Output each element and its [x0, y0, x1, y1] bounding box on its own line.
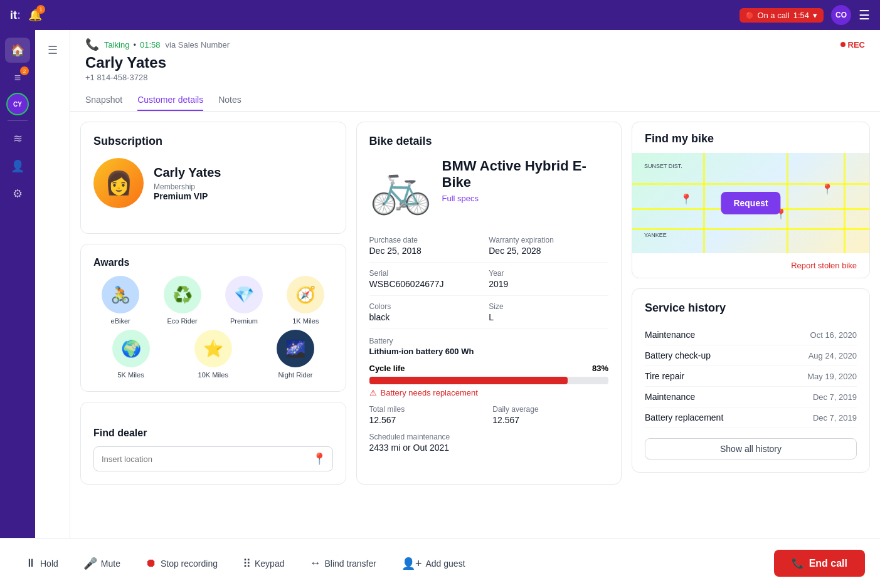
content-area: 📞 Talking • 01:58 via Sales Number REC C… — [70, 30, 880, 538]
service-name-2: Tire repair — [645, 371, 684, 381]
sidebar-item-tasks[interactable]: ≋ — [5, 126, 30, 151]
serial-row: Serial WSBC606024677J — [369, 263, 489, 296]
report-stolen-link[interactable]: Report stolen bike — [791, 261, 857, 270]
service-date-3: Dec 7, 2019 — [813, 392, 857, 402]
middle-column: Bike details 🚲 BMW Active Hybrid E-Bike … — [356, 122, 622, 485]
rec-dot — [840, 42, 846, 47]
show-all-history-button[interactable]: Show all history — [645, 438, 857, 459]
award-icon-10kmiles: ⭐ — [194, 330, 232, 367]
blind-transfer-icon: ↔ — [309, 557, 321, 570]
end-call-button[interactable]: 📞 End call — [774, 550, 865, 577]
cycle-row: Cycle life 83% — [369, 364, 609, 373]
map-bg: SUNSET DIST. YANKEE 📍 📍 📍 Request — [632, 153, 869, 253]
daily-avg-value: 12.567 — [492, 415, 608, 425]
on-call-label: On a call — [757, 11, 789, 20]
award-label-ebiker: eBiker — [111, 317, 130, 325]
award-icon-ebiker: 🚴 — [102, 276, 139, 313]
cycle-pct: 83% — [592, 364, 608, 373]
bike-name: BMW Active Hybrid E-Bike — [442, 158, 609, 191]
service-date-4: Dec 7, 2019 — [813, 413, 857, 423]
total-miles-value: 12.567 — [369, 415, 485, 425]
end-call-phone-icon: 📞 — [792, 557, 804, 569]
top-bar: it: 🔔 1 🔴 On a call 1:54 ▾ CO ☰ — [0, 0, 880, 30]
inbox-badge: 2 — [20, 66, 29, 75]
call-dot: • — [133, 40, 136, 50]
tab-snapshot[interactable]: Snapshot — [85, 90, 122, 111]
daily-avg-block: Daily average 12.567 — [492, 405, 608, 425]
award-icon-ecorider: ♻️ — [164, 276, 201, 313]
find-dealer-card: Find dealer 📍 — [80, 402, 346, 485]
tab-notes[interactable]: Notes — [218, 90, 241, 111]
size-value: L — [489, 312, 608, 322]
map-road-v1 — [703, 153, 705, 253]
purchase-date-label: Purchase date — [369, 236, 489, 244]
size-label: Size — [489, 302, 608, 311]
award-icon-premium: 💎 — [225, 276, 263, 313]
year-label: Year — [489, 269, 608, 278]
sidebar-avatar-cy[interactable]: CY — [6, 93, 29, 115]
award-label-1kmiles: 1K Miles — [292, 317, 319, 325]
mute-icon: 🎤 — [83, 557, 97, 570]
blind-transfer-button[interactable]: ↔ Blind transfer — [299, 550, 386, 576]
on-call-dropdown-icon[interactable]: ▾ — [813, 11, 817, 20]
awards-title: Awards — [93, 257, 333, 268]
call-status-left: 📞 Talking • 01:58 via Sales Number — [85, 38, 230, 51]
awards-grid-top: 🚴 eBiker ♻️ Eco Rider 💎 Premium 🧭 — [93, 276, 333, 325]
year-value: 2019 — [489, 279, 608, 289]
call-status-bar: 📞 Talking • 01:58 via Sales Number REC — [85, 38, 865, 51]
user-avatar[interactable]: CO — [831, 5, 851, 25]
award-icon-1kmiles: 🧭 — [287, 276, 324, 313]
map-label-yankee: YANKEE — [644, 232, 667, 238]
find-bike-title: Find my bike — [632, 122, 869, 153]
map-pin-3: 📍 — [821, 183, 834, 195]
bottom-bar: ⏸ Hold 🎤 Mute ⏺ Stop recording ⠿ Keypad … — [0, 538, 880, 588]
on-call-badge[interactable]: 🔴 On a call 1:54 ▾ — [740, 8, 824, 23]
on-call-time: 1:54 — [793, 11, 809, 20]
dealer-input-row[interactable]: 📍 — [93, 446, 333, 471]
sidebar-item-contacts[interactable]: 👤 — [5, 154, 30, 179]
cycle-life-section: Cycle life 83% ⚠ Battery needs replaceme… — [369, 364, 609, 397]
keypad-icon: ⠿ — [243, 557, 251, 570]
keypad-button[interactable]: ⠿ Keypad — [233, 550, 294, 577]
carly-avatar: 👩 — [93, 158, 144, 208]
map-road-h3 — [632, 228, 869, 230]
app-logo[interactable]: it: — [10, 9, 21, 22]
service-date-0: Oct 16, 2020 — [810, 330, 857, 340]
call-header: 📞 Talking • 01:58 via Sales Number REC C… — [70, 30, 880, 112]
find-bike-footer: Report stolen bike — [632, 253, 869, 278]
battery-value: Lithium-ion battery 600 Wh — [369, 347, 609, 356]
sidebar-item-home[interactable]: 🏠 — [5, 38, 30, 63]
tab-customer-details[interactable]: Customer details — [137, 90, 203, 111]
stop-recording-button[interactable]: ⏺ Stop recording — [135, 550, 228, 576]
customer-name: Carly Yates — [85, 54, 865, 71]
sidebar-item-inbox[interactable]: ≡ 2 — [5, 65, 30, 90]
request-button[interactable]: Request — [721, 192, 780, 214]
add-guest-button[interactable]: 👤+ Add guest — [391, 550, 475, 577]
mute-button[interactable]: 🎤 Mute — [73, 550, 130, 577]
full-specs-link[interactable]: Full specs — [442, 194, 609, 203]
main-layout: 🏠 ≡ 2 CY ≋ 👤 ⚙ ☰ 📞 Talking • 01:58 — [0, 30, 880, 538]
location-pin-icon[interactable]: 📍 — [306, 447, 332, 471]
add-guest-icon: 👤+ — [401, 557, 422, 570]
map-pin-1: 📍 — [680, 193, 692, 205]
size-row: Size L — [489, 296, 608, 329]
miles-row: Total miles 12.567 Daily average 12.567 — [369, 405, 609, 425]
dealer-location-input[interactable] — [94, 449, 306, 469]
menu-icon[interactable]: ☰ — [859, 8, 870, 23]
sec-icon-menu[interactable]: ☰ — [40, 38, 65, 63]
awards-card: Awards 🚴 eBiker ♻️ Eco Rider 💎 Premium — [80, 244, 346, 392]
map-label-sunset: SUNSET DIST. — [644, 163, 682, 169]
sidebar-item-more[interactable]: ⚙ — [5, 181, 30, 206]
battery-section: Battery Lithium-ion battery 600 Wh — [369, 337, 609, 356]
sub-info: Carly Yates Membership Premium VIP — [154, 165, 221, 201]
sub-profile: 👩 Carly Yates Membership Premium VIP — [93, 158, 333, 208]
serial-label: Serial — [369, 269, 489, 278]
colors-label: Colors — [369, 302, 489, 311]
award-label-nightrider: Night Rider — [278, 371, 312, 379]
via-label: via Sales Number — [166, 40, 230, 50]
hold-icon: ⏸ — [25, 557, 36, 570]
warranty-row: Warranty expiration Dec 25, 2028 — [489, 229, 608, 263]
service-row-2: Tire repair May 19, 2020 — [645, 366, 857, 387]
award-10kmiles: ⭐ 10K Miles — [176, 330, 250, 379]
hold-button[interactable]: ⏸ Hold — [15, 550, 68, 576]
